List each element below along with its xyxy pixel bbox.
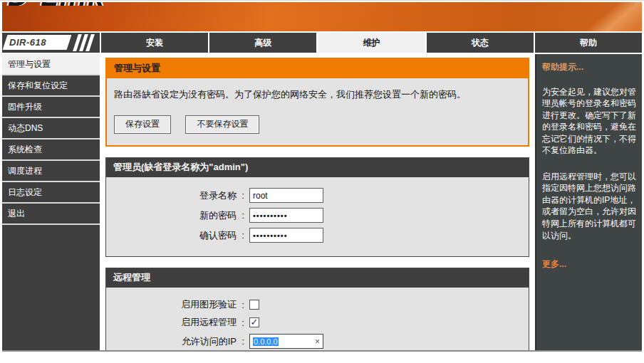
confirm-password-row: 确认密码 : (106, 228, 529, 243)
panel-admin-settings: 管理与设置 路由器缺省设定为没有密码。为了保护您的网络安全，我们推荐您设置一个新… (105, 58, 529, 147)
save-settings-button[interactable]: 保存设置 (114, 115, 171, 134)
remote-enable-label: 启用远程管理 (106, 316, 237, 329)
intro-text: 路由器缺省设定为没有密码。为了保护您的网络安全，我们推荐您设置一个新的密码。 (114, 88, 521, 101)
sidebar-item-admin-settings[interactable]: 管理与设置 (2, 54, 100, 75)
sidebar-item-logout[interactable]: 退出 (2, 204, 100, 225)
login-name-input[interactable] (249, 188, 323, 203)
sidebar-item-firmware-upgrade[interactable]: 固件升级 (2, 97, 100, 118)
sidebar-item-save-restore[interactable]: 保存和复位设定 (2, 75, 100, 97)
allowed-ip-row: 允许访问的IP : 0.0.0.0 × (106, 334, 529, 349)
more-link[interactable]: 更多... (542, 258, 636, 270)
colon: : (237, 300, 249, 310)
router-admin-page: D-Link DIR-618 安装 高级 维护 状态 帮助 管理与设置 保存和复… (0, 0, 644, 363)
login-name-label: 登录名称 (106, 189, 237, 202)
clear-icon[interactable]: × (315, 337, 320, 346)
confirm-password-label: 确认密码 (106, 229, 237, 242)
brand-banner: D-Link (2, 2, 642, 31)
new-password-label: 新的密码 (106, 209, 237, 222)
panel-title: 管理员(缺省登录名称为"admin") (106, 158, 529, 177)
panel-administrator: 管理员(缺省登录名称为"admin") 登录名称 : 新的密码 : 确认密码 (105, 157, 529, 257)
tab-advanced[interactable]: 高级 (209, 33, 316, 53)
allowed-ip-label: 允许访问的IP (106, 335, 237, 348)
remote-enable-row: 启用远程管理 : ✓ (106, 316, 529, 329)
sidebar-item-dynamic-dns[interactable]: 动态DNS (2, 118, 100, 140)
sidebar-item-system-check[interactable]: 系统检查 (2, 140, 100, 161)
panel-title: 管理与设置 (107, 59, 528, 78)
panel-remote-management: 远程管理 启用图形验证 : 启用远程管理 : ✓ (105, 268, 529, 350)
dlink-logo: D-Link (8, 2, 105, 12)
sidebar: 管理与设置 保存和复位设定 固件升级 动态DNS 系统检查 调度进程 日志设定 … (2, 54, 100, 350)
colon: : (237, 336, 249, 347)
sidebar-filler (2, 225, 100, 350)
colon: : (237, 230, 249, 241)
colon: : (237, 210, 249, 221)
selected-ip-text: 0.0.0.0 (253, 337, 279, 346)
confirm-password-input[interactable] (249, 228, 323, 243)
allowed-ip-input[interactable]: 0.0.0.0 × (249, 334, 323, 349)
graph-auth-checkbox[interactable] (249, 300, 259, 310)
help-paragraph-remote: 启用远程管理时，您可以指定因特网上您想访问路由器的计算机的IP地址，或者留为空白… (542, 171, 636, 241)
banner-highlight (534, 2, 642, 31)
model-label: DIR-618 (9, 37, 46, 48)
help-panel: 帮助提示... 为安全起见，建议您对管理员帐号的登录名和密码进行更改。确定写下了… (535, 54, 642, 350)
sidebar-item-schedules[interactable]: 调度进程 (2, 161, 100, 182)
login-name-row: 登录名称 : (106, 188, 529, 203)
tab-help[interactable]: 帮助 (535, 33, 642, 53)
colon: : (237, 190, 249, 201)
sidebar-item-log-settings[interactable]: 日志设定 (2, 182, 100, 204)
tab-status[interactable]: 状态 (427, 33, 534, 53)
dont-save-settings-button[interactable]: 不要保存设置 (185, 115, 259, 134)
main-content: 管理与设置 路由器缺省设定为没有密码。为了保护您的网络安全，我们推荐您设置一个新… (100, 54, 535, 350)
checkmark-icon: ✓ (251, 317, 259, 327)
graph-auth-row: 启用图形验证 : (106, 298, 529, 311)
new-password-input[interactable] (249, 208, 323, 223)
help-title: 帮助提示... (542, 61, 636, 73)
new-password-row: 新的密码 : (106, 208, 529, 223)
graph-auth-label: 启用图形验证 (106, 298, 237, 311)
help-paragraph-password: 为安全起见，建议您对管理员帐号的登录名和密码进行更改。确定写下了新的登录名和密码… (542, 86, 636, 157)
main-nav: DIR-618 安装 高级 维护 状态 帮助 (2, 33, 642, 53)
tab-setup[interactable]: 安装 (101, 33, 208, 53)
colon: : (237, 317, 249, 328)
model-badge: DIR-618 (2, 33, 100, 53)
panel-title: 远程管理 (106, 268, 529, 288)
content-row: 管理与设置 保存和复位设定 固件升级 动态DNS 系统检查 调度进程 日志设定 … (2, 54, 642, 352)
tab-maintenance[interactable]: 维护 (318, 33, 425, 53)
remote-enable-checkbox[interactable]: ✓ (249, 317, 259, 327)
